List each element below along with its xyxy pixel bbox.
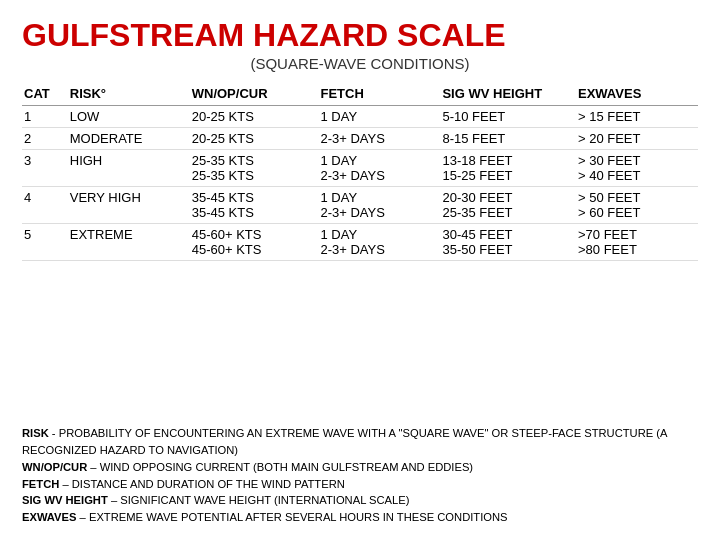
cell-wn-4: 45-60+ KTS45-60+ KTS (190, 224, 319, 261)
cell-cat-0: 1 (22, 106, 68, 128)
cell-sig-3: 20-30 FEET25-35 FEET (440, 187, 576, 224)
note-line-1: WN/OP/CUR – WIND OPPOSING CURRENT (BOTH … (22, 459, 698, 476)
notes-section: RISK - PROBABILITY OF ENCOUNTERING AN EX… (22, 425, 698, 526)
table-header-row: CAT RISK° WN/OP/CUR FETCH SIG WV HEIGHT … (22, 84, 698, 106)
cell-cat-2: 3 (22, 150, 68, 187)
note-bold-1: WN/OP/CUR (22, 461, 87, 473)
col-header-sig: SIG WV HEIGHT (440, 84, 576, 106)
cell-risk-3: VERY HIGH (68, 187, 190, 224)
cell-wn-1: 20-25 KTS (190, 128, 319, 150)
note-bold-0: RISK (22, 427, 49, 439)
table-row: 5EXTREME45-60+ KTS45-60+ KTS1 DAY2-3+ DA… (22, 224, 698, 261)
note-bold-4: EXWAVES (22, 511, 77, 523)
col-header-ex: EXWAVES (576, 84, 698, 106)
cell-ex-1: > 20 FEET (576, 128, 698, 150)
col-header-cat: CAT (22, 84, 68, 106)
note-text-3: – SIGNIFICANT WAVE HEIGHT (INTERNATIONAL… (108, 494, 410, 506)
note-text-1: – WIND OPPOSING CURRENT (BOTH MAIN GULFS… (87, 461, 473, 473)
note-line-2: FETCH – DISTANCE AND DURATION OF THE WIN… (22, 476, 698, 493)
cell-risk-4: EXTREME (68, 224, 190, 261)
note-line-3: SIG WV HEIGHT – SIGNIFICANT WAVE HEIGHT … (22, 492, 698, 509)
cell-wn-3: 35-45 KTS35-45 KTS (190, 187, 319, 224)
cell-cat-1: 2 (22, 128, 68, 150)
table-section: CAT RISK° WN/OP/CUR FETCH SIG WV HEIGHT … (22, 84, 698, 415)
cell-sig-1: 8-15 FEET (440, 128, 576, 150)
col-header-risk: RISK° (68, 84, 190, 106)
note-text-0: - PROBABILITY OF ENCOUNTERING AN EXTREME… (22, 427, 667, 456)
main-title: GULFSTREAM HAZARD SCALE (22, 18, 698, 53)
cell-ex-3: > 50 FEET> 60 FEET (576, 187, 698, 224)
cell-wn-2: 25-35 KTS25-35 KTS (190, 150, 319, 187)
cell-fetch-1: 2-3+ DAYS (318, 128, 440, 150)
col-header-fetch: FETCH (318, 84, 440, 106)
cell-wn-0: 20-25 KTS (190, 106, 319, 128)
table-body: 1LOW20-25 KTS1 DAY5-10 FEET> 15 FEET2MOD… (22, 106, 698, 261)
cell-sig-4: 30-45 FEET35-50 FEET (440, 224, 576, 261)
table-row: 4VERY HIGH35-45 KTS35-45 KTS1 DAY2-3+ DA… (22, 187, 698, 224)
cell-risk-1: MODERATE (68, 128, 190, 150)
note-bold-2: FETCH (22, 478, 59, 490)
cell-fetch-3: 1 DAY2-3+ DAYS (318, 187, 440, 224)
cell-sig-0: 5-10 FEET (440, 106, 576, 128)
table-row: 3HIGH25-35 KTS25-35 KTS1 DAY2-3+ DAYS13-… (22, 150, 698, 187)
cell-risk-2: HIGH (68, 150, 190, 187)
note-text-4: – EXTREME WAVE POTENTIAL AFTER SEVERAL H… (77, 511, 508, 523)
note-text-2: – DISTANCE AND DURATION OF THE WIND PATT… (59, 478, 345, 490)
cell-risk-0: LOW (68, 106, 190, 128)
cell-ex-2: > 30 FEET> 40 FEET (576, 150, 698, 187)
cell-fetch-4: 1 DAY2-3+ DAYS (318, 224, 440, 261)
cell-cat-4: 5 (22, 224, 68, 261)
note-line-0: RISK - PROBABILITY OF ENCOUNTERING AN EX… (22, 425, 698, 459)
table-row: 2MODERATE20-25 KTS2-3+ DAYS8-15 FEET> 20… (22, 128, 698, 150)
note-bold-3: SIG WV HEIGHT (22, 494, 108, 506)
cell-ex-0: > 15 FEET (576, 106, 698, 128)
note-line-4: EXWAVES – EXTREME WAVE POTENTIAL AFTER S… (22, 509, 698, 526)
cell-fetch-2: 1 DAY2-3+ DAYS (318, 150, 440, 187)
page-container: GULFSTREAM HAZARD SCALE (SQUARE-WAVE CON… (0, 0, 720, 540)
cell-ex-4: >70 FEET>80 FEET (576, 224, 698, 261)
cell-cat-3: 4 (22, 187, 68, 224)
cell-sig-2: 13-18 FEET15-25 FEET (440, 150, 576, 187)
cell-fetch-0: 1 DAY (318, 106, 440, 128)
sub-title: (SQUARE-WAVE CONDITIONS) (22, 55, 698, 72)
hazard-table: CAT RISK° WN/OP/CUR FETCH SIG WV HEIGHT … (22, 84, 698, 261)
table-row: 1LOW20-25 KTS1 DAY5-10 FEET> 15 FEET (22, 106, 698, 128)
col-header-wn: WN/OP/CUR (190, 84, 319, 106)
